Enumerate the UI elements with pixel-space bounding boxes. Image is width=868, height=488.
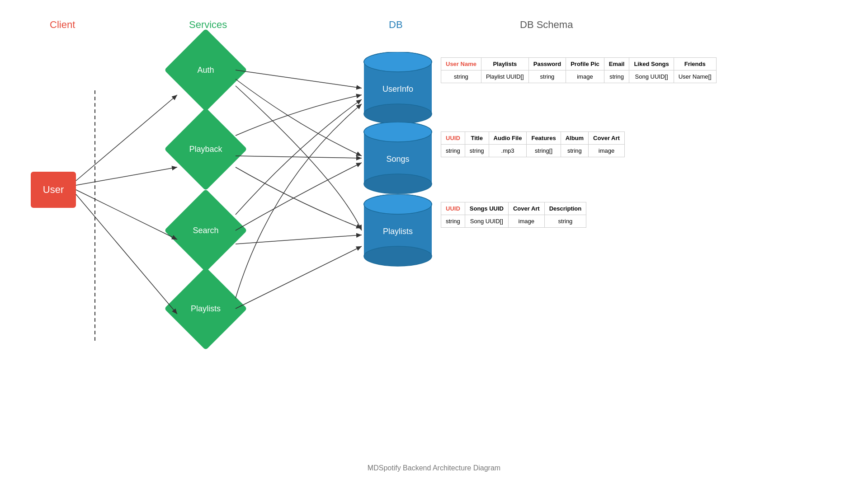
arrow-user-auth <box>76 95 177 181</box>
arrow-auth-songs <box>236 79 362 156</box>
arrow-playback-songs <box>236 156 362 158</box>
service-playback: Playback <box>176 120 235 178</box>
auth-label: Auth <box>176 41 235 99</box>
arrow-search-playlists <box>236 235 362 244</box>
diagram-footer: MDSpotify Backend Architecture Diagram <box>0 464 868 472</box>
service-playlists: Playlists <box>176 279 235 338</box>
search-label: Search <box>176 201 235 260</box>
arrow-user-playlists <box>76 194 177 314</box>
service-search: Search <box>176 201 235 260</box>
service-auth: Auth <box>176 41 235 99</box>
playlists-label: Playlists <box>176 279 235 338</box>
arrows-svg <box>0 0 868 488</box>
playback-label: Playback <box>176 120 235 178</box>
arrow-playlists-userinfo <box>236 104 362 298</box>
diagram-container: Client Services DB DB Schema User Auth P… <box>0 0 868 488</box>
arrow-user-search <box>76 190 177 239</box>
arrow-playlists-db <box>236 246 362 309</box>
arrow-playback-userinfo <box>236 95 362 136</box>
arrow-playback-playlists <box>236 167 362 228</box>
arrow-auth-userinfo <box>236 70 362 88</box>
arrow-user-playback <box>76 167 177 185</box>
